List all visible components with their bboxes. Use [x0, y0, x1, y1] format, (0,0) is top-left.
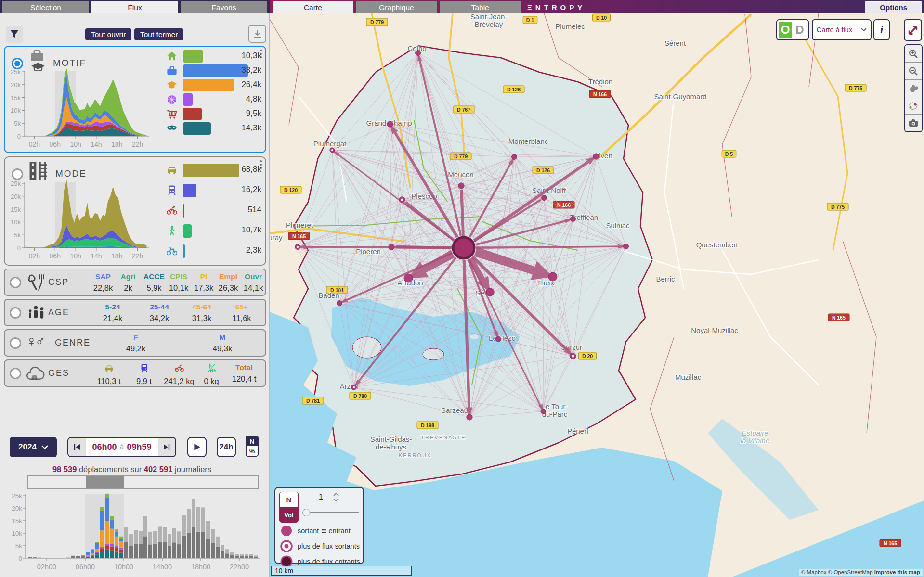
tab-flux[interactable]: Flux [91, 1, 178, 13]
tab-carte[interactable]: Carte [273, 1, 353, 13]
flow-node[interactable] [593, 154, 599, 159]
legend-bar [183, 204, 184, 218]
year-select[interactable]: 2024 [10, 437, 57, 457]
grad-cap-icon [167, 80, 177, 92]
improve-map-link[interactable]: Improve this map [874, 569, 920, 575]
time-range-slider[interactable] [27, 475, 259, 489]
svg-text:20k: 20k [11, 193, 21, 200]
flow-node[interactable] [541, 409, 546, 414]
road-shield: N 165 [880, 539, 901, 547]
road-shield: D 20 [579, 352, 597, 359]
svg-text:0: 0 [17, 133, 21, 140]
genre-radio[interactable] [10, 337, 21, 349]
road-shield: D 126 [503, 86, 524, 93]
svg-text:D 780: D 780 [353, 393, 367, 399]
play-button[interactable] [187, 437, 207, 457]
tab-favoris[interactable]: Favoris [181, 1, 267, 13]
n-mode[interactable]: N [280, 492, 298, 508]
expand-button[interactable] [904, 19, 922, 41]
zoom-in-button[interactable] [905, 45, 922, 63]
sidebar-tabs: Sélection Flux Favoris [0, 0, 270, 13]
mode-area-chart: 25k20k15k10k5k002h06h10h14h18h22h [5, 180, 154, 265]
download-button[interactable] [248, 25, 266, 43]
map-tools [904, 44, 923, 132]
road-shield: D 781 [302, 397, 324, 404]
skip-previous-button[interactable] [68, 438, 86, 456]
zoom-out-button[interactable] [905, 63, 922, 80]
mode-radio[interactable] [12, 168, 23, 180]
network-view-button[interactable] [905, 97, 922, 115]
filter-button[interactable] [6, 26, 23, 43]
tab-selection[interactable]: Sélection [2, 1, 89, 13]
skip-next-button[interactable] [158, 438, 175, 456]
motif-area-chart: 25k20k15k10k5k002h06h10h14h18h22h [5, 69, 154, 153]
flow-node[interactable] [624, 244, 629, 249]
svg-text:D 10: D 10 [596, 15, 607, 21]
flow-node[interactable] [512, 154, 517, 160]
spinner-buttons[interactable] [332, 492, 340, 504]
map-topbar: Carte Graphique Table ΞNTROPY [270, 0, 924, 13]
legend-value: 514 [225, 205, 261, 215]
svg-text:20k: 20k [12, 505, 22, 512]
flow-node[interactable] [337, 301, 342, 306]
n-vol-toggle[interactable]: N Vol [279, 492, 299, 523]
absolute-percent-toggle[interactable]: N % [246, 436, 259, 457]
flow-node[interactable] [571, 217, 576, 222]
mapbox-link[interactable]: © Mapbox [801, 569, 827, 575]
tab-table[interactable]: Table [440, 1, 521, 13]
flow-node[interactable] [389, 244, 394, 250]
screenshot-button[interactable] [905, 115, 922, 131]
panel-motif-title: MOTIF [53, 58, 86, 68]
flow-node[interactable] [458, 183, 464, 189]
origin-mode[interactable]: O [779, 22, 792, 38]
svg-text:10h: 10h [70, 141, 81, 148]
destination-mode[interactable]: D [793, 22, 807, 38]
info-button[interactable]: i [873, 19, 890, 40]
ges-radio[interactable] [10, 368, 21, 379]
flow-threshold-slider[interactable] [302, 509, 359, 516]
absolute-mode[interactable]: N [247, 436, 258, 446]
road-shield: N 166 [589, 90, 611, 98]
column-header: Ouvr [233, 272, 274, 281]
central-flow-node[interactable] [453, 237, 474, 258]
csp-radio[interactable] [10, 277, 21, 288]
close-all-button[interactable]: Tout fermer [134, 28, 183, 40]
osm-link[interactable]: © OpenStreetMap [828, 569, 873, 575]
flow-node[interactable] [486, 288, 494, 296]
vol-mode[interactable]: Vol [280, 508, 298, 523]
time-range-slider-selection[interactable] [86, 476, 124, 488]
flow-map[interactable]: D 767D 779D 1D 10N 166D 126D 767D 779D 1… [270, 13, 924, 577]
map-tabs: Carte Graphique Table [273, 1, 521, 13]
road-shield: D 767 [453, 106, 474, 113]
origin-destination-toggle[interactable]: O D [776, 19, 809, 40]
svg-text:25k: 25k [11, 69, 21, 76]
percent-mode[interactable]: % [247, 446, 258, 456]
flow-node[interactable] [416, 51, 421, 56]
moto-icon [167, 205, 177, 218]
slider-handle[interactable] [302, 509, 310, 516]
legend-bar [183, 184, 196, 197]
moto-icon [175, 366, 184, 374]
options-button[interactable]: Options [865, 1, 922, 13]
flow-node[interactable] [467, 414, 472, 420]
flow-node[interactable] [542, 195, 547, 201]
flow-node[interactable] [404, 274, 413, 282]
svg-text:22h00: 22h00 [230, 563, 249, 571]
flow-node[interactable] [548, 272, 557, 281]
play-icon [193, 443, 201, 451]
daily-histogram[interactable]: 25k20k15k10k5k002h0006h0010h0014h0018h00… [0, 491, 270, 577]
column-value: 49,2k [115, 344, 156, 353]
svg-text:10h00: 10h00 [114, 563, 133, 571]
tab-graphique[interactable]: Graphique [356, 1, 437, 13]
column-header: F [115, 333, 156, 342]
full-day-button[interactable]: 24h [217, 437, 236, 457]
panel-csp: CSP SAP22,8kAgri2kACCE5,9kCPIS10,1kPI17,… [4, 269, 266, 296]
home-icon [167, 51, 177, 62]
map-layer-select[interactable]: Carte à flux [812, 19, 872, 40]
extent-europe-button[interactable] [905, 80, 922, 97]
flow-node[interactable] [387, 121, 393, 127]
motif-radio[interactable] [12, 58, 23, 69]
open-all-button[interactable]: Tout ouvrir [85, 28, 131, 40]
flow-node[interactable] [496, 337, 501, 342]
age-radio[interactable] [10, 307, 21, 319]
